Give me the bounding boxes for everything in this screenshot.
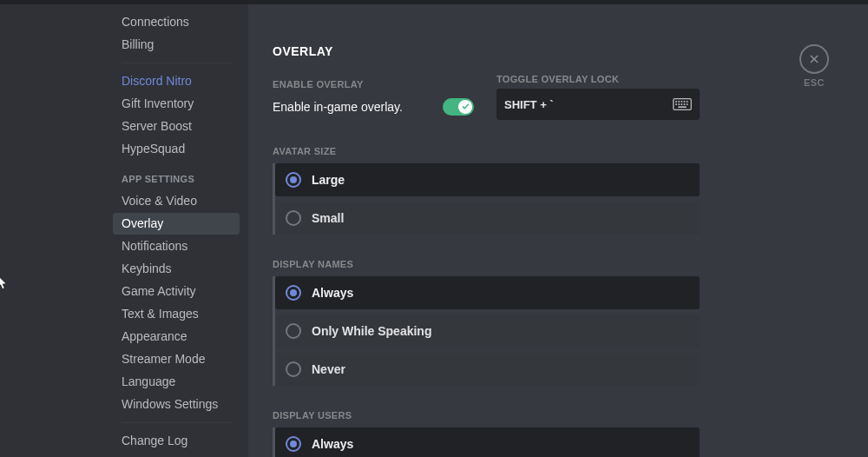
sidebar-item-hypesquad[interactable]: HypeSquad [113,138,240,160]
sidebar-item-game-activity[interactable]: Game Activity [113,281,240,302]
keybind-value: SHIFT + ` [504,98,554,111]
svg-rect-4 [678,101,680,103]
toggle-lock-keybind[interactable]: SHIFT + ` [496,89,700,120]
sidebar-item-gift-inventory[interactable]: Gift Inventory [113,93,240,115]
radio-option-large[interactable]: Large [275,163,700,196]
sidebar-item-language[interactable]: Language [113,371,240,393]
sidebar-item-text-images[interactable]: Text & Images [113,303,240,325]
enable-overlay-text: Enable in-game overlay. [273,100,403,114]
sidebar-item-windows-settings[interactable]: Windows Settings [113,394,240,415]
sidebar-item-streamer-mode[interactable]: Streamer Mode [113,348,240,370]
svg-rect-3 [675,101,677,103]
radio-icon [286,436,301,452]
radio-option-small[interactable]: Small [275,202,700,235]
radio-option-always[interactable]: Always [275,427,700,457]
close-esc-label: ESC [797,77,832,88]
check-icon [462,103,470,110]
radio-list: AlwaysOnly While Speaking [273,427,700,457]
svg-rect-12 [687,103,688,105]
svg-rect-7 [687,101,688,103]
svg-rect-13 [678,106,686,108]
sidebar-item-notifications[interactable]: Notifications [113,235,240,257]
enable-overlay-toggle[interactable] [443,98,474,116]
radio-option-always[interactable]: Always [275,276,700,309]
keyboard-icon [673,97,692,111]
radio-icon [286,323,301,339]
radio-label: Never [312,362,345,376]
radio-option-never[interactable]: Never [275,353,700,386]
sidebar-item-discord-nitro[interactable]: Discord Nitro [113,70,240,92]
radio-icon [286,361,301,377]
group-label: AVATAR SIZE [273,146,700,156]
close-button[interactable] [799,44,829,74]
svg-rect-11 [684,103,686,105]
radio-label: Large [312,173,345,187]
option-groups: AVATAR SIZELargeSmallDISPLAY NAMESAlways… [273,146,700,457]
settings-sidebar: ConnectionsBillingDiscord NitroGift Inve… [0,4,248,457]
radio-icon [286,210,301,226]
toggle-lock-col: TOGGLE OVERLAY LOCK SHIFT + ` [496,74,700,120]
sidebar-item-overlay[interactable]: Overlay [113,213,240,235]
sidebar-header: App Settings [113,161,240,189]
radio-icon [286,172,301,188]
group-label: DISPLAY USERS [273,410,700,421]
app-body: ConnectionsBillingDiscord NitroGift Inve… [0,4,868,457]
svg-rect-8 [675,103,677,105]
radio-list: LargeSmall [273,163,700,235]
radio-label: Only While Speaking [312,324,431,338]
enable-overlay-row: ENABLE OVERLAY Enable in-game overlay. [273,74,700,120]
svg-rect-10 [681,103,682,105]
svg-rect-5 [681,101,682,103]
toggle-knob [458,100,472,114]
toggle-lock-section-label: TOGGLE OVERLAY LOCK [496,74,700,84]
radio-label: Always [312,437,353,451]
sidebar-separator [122,422,231,423]
overlay-settings: OVERLAY ENABLE OVERLAY Enable in-game ov… [248,4,734,457]
svg-rect-9 [678,103,680,105]
sidebar-item-server-boost[interactable]: Server Boost [113,116,240,137]
radio-option-only-while-speaking[interactable]: Only While Speaking [275,315,700,348]
enable-overlay-section-label: ENABLE OVERLAY [273,79,474,89]
close-icon [808,53,820,65]
sidebar-item-billing[interactable]: Billing [113,34,240,56]
sidebar-separator [122,63,231,63]
svg-rect-6 [684,101,686,103]
page-title: OVERLAY [273,44,700,58]
radio-label: Always [312,286,353,300]
enable-overlay-col: ENABLE OVERLAY Enable in-game overlay. [273,79,474,116]
radio-list: AlwaysOnly While SpeakingNever [273,276,700,386]
content-area: ESC OVERLAY ENABLE OVERLAY Enable in-gam… [248,4,868,457]
radio-icon [286,285,301,301]
sidebar-item-connections[interactable]: Connections [113,11,240,33]
radio-label: Small [312,211,344,225]
close-column: ESC [797,44,832,88]
sidebar-item-appearance[interactable]: Appearance [113,326,240,348]
sidebar-item-voice-video[interactable]: Voice & Video [113,190,240,212]
sidebar-item-change-log[interactable]: Change Log [113,430,240,452]
sidebar-item-keybinds[interactable]: Keybinds [113,258,240,280]
group-label: DISPLAY NAMES [273,259,700,269]
